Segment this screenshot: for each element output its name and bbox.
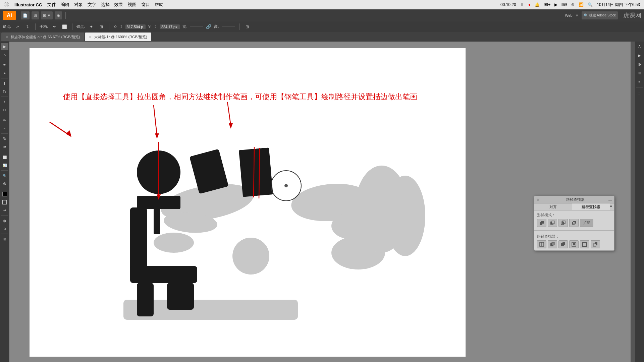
right-panel-btn4[interactable]: ⊞: [636, 69, 643, 76]
pencil-tool[interactable]: ✏: [1, 117, 8, 124]
crop-btn[interactable]: [569, 240, 579, 248]
w-label: 宽:: [182, 24, 187, 29]
notification-icon[interactable]: 🔔: [535, 2, 540, 7]
swap-colors-btn[interactable]: ⇄: [1, 206, 8, 214]
right-panel-btn1[interactable]: A: [636, 43, 643, 50]
intersect-btn[interactable]: [558, 219, 568, 227]
new-file-btn[interactable]: 📄: [21, 11, 30, 19]
expand-panels-btn[interactable]: ::: [636, 89, 643, 97]
tab-2[interactable]: ✕ 未标题-1* @ 1600% (RGB/预览): [85, 33, 151, 41]
stroke-btn[interactable]: [1, 198, 8, 206]
svg-rect-46: [552, 242, 554, 245]
zoom-out-tool[interactable]: 🔍: [1, 172, 8, 179]
vertical-scrollbar[interactable]: [631, 42, 635, 362]
menu-file[interactable]: 文件: [47, 2, 56, 8]
pathfinder-label: 路径查找器：: [537, 234, 611, 239]
menu-select[interactable]: 选择: [101, 2, 110, 8]
handle-btn1[interactable]: ✒: [51, 23, 58, 31]
direct-select-tool[interactable]: ↖: [1, 51, 8, 58]
canvas-area[interactable]: 使用【直接选择工具】拉出圆角，相同方法继续制作笔画，可使用【钢笔工具】绘制路径并…: [9, 42, 635, 362]
search-btn[interactable]: 🔍 搜索 Adobe Stock: [582, 11, 618, 19]
svg-rect-34: [541, 221, 544, 224]
image-tool[interactable]: ⬜: [1, 154, 8, 161]
tab1-label[interactable]: 标志字体全能备.ai* @ 66.67% (RGB/预览): [11, 35, 80, 40]
menu-view[interactable]: 视图: [128, 2, 137, 8]
props-sep4: [239, 23, 239, 30]
tab1-close[interactable]: ✕: [5, 35, 8, 39]
panel-close-btn[interactable]: ✕: [536, 197, 540, 202]
wifi-icon[interactable]: 📶: [579, 2, 584, 7]
menu-window[interactable]: 窗口: [141, 2, 150, 8]
panel-tab-pathfinder[interactable]: 路径查找器: [572, 203, 610, 210]
w-value[interactable]: [190, 26, 203, 27]
symbol-tool[interactable]: ⊞: [1, 235, 8, 243]
selection-tool[interactable]: ▶: [1, 43, 8, 50]
rotate-tool[interactable]: ↻: [1, 135, 8, 142]
merge-btn[interactable]: [558, 240, 568, 248]
svg-rect-19: [154, 207, 160, 234]
expand-btn[interactable]: 扩展: [580, 219, 593, 227]
rectangle-tool[interactable]: □: [1, 106, 8, 114]
anchor-tool[interactable]: ✦: [1, 69, 8, 77]
fill-btn[interactable]: [1, 190, 8, 198]
none-btn[interactable]: ⊘: [1, 225, 8, 232]
libraries-btn[interactable]: St: [32, 11, 39, 19]
minus-back-btn[interactable]: [591, 240, 600, 248]
bluetooth-icon[interactable]: ⊕: [571, 2, 575, 7]
tab2-close[interactable]: ✕: [89, 35, 92, 39]
shape-modes-label: 形状模式：: [537, 213, 611, 218]
anchor2-btn[interactable]: ✦: [88, 23, 95, 31]
reflect-tool[interactable]: ⇌: [1, 143, 8, 150]
record-btn[interactable]: ●: [528, 2, 531, 7]
artboards-btn[interactable]: ⊞ ▼: [41, 11, 53, 19]
trim-btn[interactable]: [548, 240, 557, 248]
keyboard-icon[interactable]: ⌨: [561, 2, 567, 7]
panel-collapse-btn[interactable]: —: [608, 198, 612, 202]
unite-btn[interactable]: [537, 219, 546, 227]
color-mode-btn[interactable]: ◑: [1, 217, 8, 224]
h-value[interactable]: [222, 26, 235, 27]
svg-marker-3: [229, 123, 233, 129]
play-icon[interactable]: ▶: [554, 2, 557, 7]
handle-btn2[interactable]: ⬜: [61, 23, 68, 31]
anchor3-btn[interactable]: ⊞: [98, 23, 105, 31]
right-panel-btn2[interactable]: ▶: [636, 52, 643, 59]
menu-help[interactable]: 帮助: [155, 2, 163, 8]
anchor-btn1[interactable]: ↗: [14, 23, 21, 31]
panel-menu-btn[interactable]: ≡: [610, 203, 614, 210]
anchor-btn2[interactable]: ⤵: [24, 23, 31, 31]
tab2-label[interactable]: 未标题-1* @ 1600% (RGB/预览): [94, 35, 147, 40]
right-panel-btn3[interactable]: ◑: [636, 60, 643, 68]
area-type-tool[interactable]: T↕: [1, 88, 8, 95]
zoom-in-tool[interactable]: ⊕: [1, 180, 8, 187]
right-panel-btn5[interactable]: ≡: [636, 78, 643, 85]
panel-titlebar: ✕ 路径查找器 —: [534, 196, 614, 203]
apple-menu[interactable]: ⌘: [4, 2, 9, 8]
menu-text[interactable]: 文字: [88, 2, 96, 8]
panel-tab-align[interactable]: 对齐: [534, 203, 572, 210]
type-tool[interactable]: T: [1, 80, 8, 87]
ai-logo-badge: Ai: [3, 11, 16, 20]
y-value[interactable]: 224.17 px: [160, 24, 180, 29]
menu-edit[interactable]: 编辑: [61, 2, 69, 8]
smooth-tool[interactable]: ~: [1, 125, 8, 132]
bar-chart-tool[interactable]: 📊: [1, 162, 8, 169]
menu-object[interactable]: 对象: [74, 2, 83, 8]
transform-btn[interactable]: ⊞: [244, 23, 251, 31]
exclude-btn[interactable]: [569, 219, 579, 227]
gpu-btn[interactable]: ◉: [55, 11, 62, 19]
x-label: X:: [113, 25, 117, 29]
x-value[interactable]: 317.504 p: [125, 24, 146, 29]
right-sep: [636, 87, 643, 87]
h-label: 高:: [214, 24, 219, 29]
menu-effect[interactable]: 效果: [114, 2, 123, 8]
pen-tool[interactable]: ✒: [1, 61, 8, 69]
line-tool[interactable]: /: [1, 98, 8, 106]
tab-1[interactable]: ✕ 标志字体全能备.ai* @ 66.67% (RGB/预览): [1, 33, 84, 41]
lock-icon[interactable]: 🔗: [206, 24, 211, 29]
search-icon[interactable]: 🔍: [588, 2, 593, 7]
date-display: 10月14日 周四 下午6:53: [597, 2, 640, 8]
outline-btn[interactable]: [580, 240, 589, 248]
minus-front-btn[interactable]: [548, 219, 557, 227]
divide-btn[interactable]: [537, 240, 546, 248]
